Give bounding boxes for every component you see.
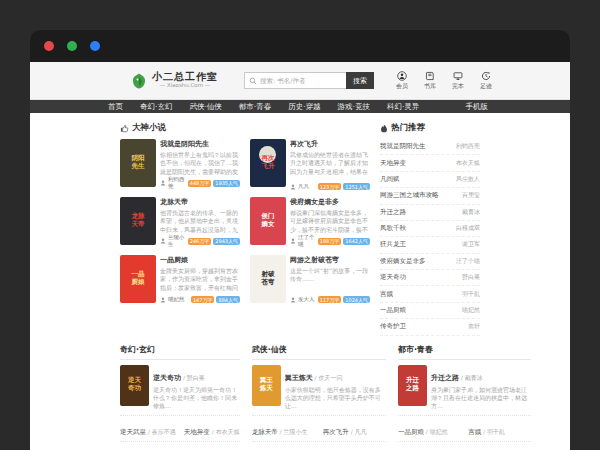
hot-list-item[interactable]: 侯府嫡女是非多汪了个喵 bbox=[380, 254, 480, 270]
book-card[interactable]: 龙脉天帝 龙脉天帝 他背负远古老的传承、一脉的希望，他从禁地中走出，灵境中归来，… bbox=[120, 197, 240, 248]
book-author[interactable]: 发大人 bbox=[298, 296, 315, 303]
nav-item-game[interactable]: 游戏·竞技 bbox=[338, 102, 370, 112]
word-count-badge: 246万字 bbox=[188, 238, 212, 245]
book-card[interactable]: 侯门嫡女 侯府嫡女是非多 都说豪门深似海嫡女是非多，可是嫁得侯府后嫡女是非也不少… bbox=[250, 197, 370, 248]
thumbs-up-icon bbox=[120, 124, 129, 133]
category-featured-book[interactable]: 翼王炼天 翼王炼天仗天一问 小家伙很聪明，他只会炼器，没有多么远大的理想，只希望… bbox=[252, 365, 386, 411]
book-author[interactable]: 利钧西莞 bbox=[168, 176, 186, 190]
hot-list-item[interactable]: 升迁之路戴青冰 bbox=[380, 205, 480, 221]
window-controls bbox=[44, 41, 100, 51]
finished-icon-link[interactable]: 完本 bbox=[452, 71, 464, 91]
book-title[interactable]: 龙脉天帝 bbox=[160, 197, 240, 207]
word-count-badge: 123万字 bbox=[318, 183, 342, 190]
featured-panel: 大神小说 阴阳先生 我就是阴阳先生 你相信世界上有鬼吗？以前我也不信，但现在，我… bbox=[120, 120, 370, 336]
book-title[interactable]: 翼王炼天 bbox=[285, 374, 313, 382]
nav-item-history[interactable]: 历史·穿越 bbox=[288, 102, 320, 112]
book-author[interactable]: 仗天一问 bbox=[313, 374, 343, 381]
book-desc: 金牌美女厨师，穿越到贫苦农家，作为资深吃货，拿到金手指后：发家致富，开有红梅问鼎… bbox=[160, 267, 240, 292]
search-input[interactable] bbox=[260, 77, 342, 85]
hot-list-item[interactable]: 一品厨娘喵妃然 bbox=[380, 303, 480, 319]
reads-badge: 1935人气 bbox=[213, 180, 240, 187]
book-cover[interactable]: 升迁之路 bbox=[398, 365, 427, 406]
book-cover[interactable]: 阴阳先生 bbox=[120, 139, 156, 187]
book-title[interactable]: 再次飞升 bbox=[290, 139, 370, 149]
hot-list-item[interactable]: 传奇护卫血轩 bbox=[380, 319, 480, 335]
book-link[interactable]: 逆天武皇喜乐不遇 bbox=[120, 419, 176, 438]
book-link[interactable]: 龙脉天帝兰陵小生 bbox=[252, 419, 315, 438]
book-title[interactable]: 侯府嫡女是非多 bbox=[290, 197, 370, 207]
book-desc: 身为豪门家子弟，如何混迹官场老江湖？且看在仕途迷局的棋盘中，林远方… bbox=[431, 386, 531, 411]
book-link[interactable]: 一品厨娘喵妃然 bbox=[398, 419, 460, 438]
site-header: 小二总工作室 — Xiaoshu.Com — 搜索 bbox=[30, 62, 570, 100]
quick-link-member[interactable]: 会员 bbox=[396, 71, 408, 91]
book-author[interactable]: 兰陵小生 bbox=[168, 234, 186, 248]
hot-list-item[interactable]: 凡间赋风尘散人 bbox=[380, 172, 480, 188]
book-cover[interactable]: 侯门嫡女 bbox=[250, 197, 286, 245]
reads-badge: 1251人气 bbox=[343, 183, 370, 190]
book-card[interactable]: 一品厨娘 一品厨娘 金牌美女厨师，穿越到贫苦农家，作为资深吃货，拿到金手指后：发… bbox=[120, 255, 240, 303]
book-desc: 武修成仙的绝世强者在渡劫飞升之时遭遇天劫，了解后才知因为力量与天道相冲，结果在飞… bbox=[290, 151, 370, 176]
book-link[interactable]: 逆天身材：魅惑女主心 bbox=[398, 445, 531, 450]
nav-item-mobile[interactable]: 手机版 bbox=[466, 102, 489, 112]
main-nav: 首页 奇幻·玄幻 武侠·仙侠 都市·青春 历史·穿越 游戏·竞技 科幻·灵异 手… bbox=[30, 100, 570, 113]
book-cover[interactable]: 射破苍穹 bbox=[250, 255, 286, 303]
word-count-badge: 188万字 bbox=[318, 238, 342, 245]
hot-list-item[interactable]: 天地异变布衣天狐 bbox=[380, 155, 480, 171]
nav-item-fantasy[interactable]: 奇幻·玄幻 bbox=[140, 102, 172, 112]
footprint-icon bbox=[481, 71, 491, 81]
hot-list-item[interactable]: 逆天奇功野白菜 bbox=[380, 270, 480, 286]
book-desc: 他背负远古老的传承、一脉的希望，他从禁地中走出，灵境中归来，风暴再起没落时，九龙… bbox=[160, 209, 240, 234]
book-author[interactable]: 戴青冰 bbox=[459, 374, 483, 381]
search-button[interactable]: 搜索 bbox=[346, 72, 374, 89]
book-card[interactable]: 阴阳先生 我就是阴阳先生 你相信世界上有鬼吗？以前我也不信，但现在，我信了…我就… bbox=[120, 139, 240, 190]
search-bar: 搜索 bbox=[244, 72, 374, 89]
book-desc: 你相信世界上有鬼吗？以前我也不信，但现在，我信了…我就是阴阳先生，需要帮助的友人… bbox=[160, 151, 240, 176]
book-cover[interactable]: 翼王炼天 bbox=[252, 365, 281, 406]
author-icon bbox=[160, 297, 166, 303]
nav-item-scifi[interactable]: 科幻·灵异 bbox=[387, 102, 419, 112]
book-author[interactable]: 凡凡 bbox=[298, 183, 309, 190]
book-author[interactable]: 野白菜 bbox=[181, 374, 205, 381]
book-title[interactable]: 一品厨娘 bbox=[160, 255, 240, 265]
book-author[interactable]: 喵妃然 bbox=[168, 296, 185, 303]
category-featured-book[interactable]: 逆天奇功 逆天奇功野白菜 逆天奇功！逆天为师第一奇功！什么？你是剑圣，他瞧你！回… bbox=[120, 365, 240, 411]
hot-list-item[interactable]: 凤歌千秋白槿成双 bbox=[380, 221, 480, 237]
quick-link-footprint[interactable]: 足迹 bbox=[480, 71, 492, 91]
finished-icon bbox=[453, 71, 463, 81]
book-cover[interactable]: 一品厨娘 bbox=[120, 255, 156, 303]
word-count-badge: 117万字 bbox=[318, 296, 342, 303]
category-title: 都市·青春 bbox=[398, 344, 531, 360]
hot-list-item[interactable]: 网游三国之城市攻略百里玺 bbox=[380, 188, 480, 204]
author-icon bbox=[290, 238, 296, 244]
nav-item-wuxia[interactable]: 武侠·仙侠 bbox=[189, 102, 221, 112]
hot-list-item[interactable]: 狂兵龙王谢卫军 bbox=[380, 237, 480, 253]
webpage: 小二总工作室 — Xiaoshu.Com — 搜索 bbox=[30, 62, 570, 450]
book-cover[interactable]: 龙脉天帝 bbox=[120, 197, 156, 245]
book-cover[interactable]: 再次飞升 bbox=[250, 139, 286, 187]
author-icon bbox=[290, 297, 296, 303]
book-link[interactable]: 宫娥羽千乱 bbox=[468, 419, 530, 438]
book-card[interactable]: 再次飞升 再次飞升 武修成仙的绝世强者在渡劫飞升之时遭遇天劫，了解后才知因为力量… bbox=[250, 139, 370, 190]
book-link[interactable]: 再次飞升凡凡 bbox=[323, 419, 386, 438]
category-grid: 奇幻·玄幻 逆天奇功 逆天奇功野白菜 逆天奇功！逆天为师第一奇功！什么？你是剑圣… bbox=[120, 344, 480, 450]
book-title[interactable]: 我就是阴阳先生 bbox=[160, 139, 240, 149]
reads-badge: 1642人气 bbox=[343, 238, 370, 245]
book-author[interactable]: 汪了个喵 bbox=[298, 234, 316, 248]
book-title[interactable]: 逆天奇功 bbox=[153, 374, 181, 382]
quick-link-library[interactable]: 书库 bbox=[424, 71, 436, 91]
category-urban: 都市·青春 升迁之路 升迁之路戴青冰 身为豪门家子弟，如何混迹官场老江湖？且看在… bbox=[398, 344, 531, 450]
book-title[interactable]: 网游之射破苍穹 bbox=[290, 255, 370, 265]
category-featured-book[interactable]: 升迁之路 升迁之路戴青冰 身为豪门家子弟，如何混迹官场老江湖？且看在仕途迷局的棋… bbox=[398, 365, 531, 411]
book-card[interactable]: 射破苍穹 网游之射破苍穹 这是一个叫“射”的故事，一段传奇…… 发大人 117万… bbox=[250, 255, 370, 303]
content-wrapper: 大神小说 阴阳先生 我就是阴阳先生 你相信世界上有鬼吗？以前我也不信，但现在，我… bbox=[120, 120, 480, 450]
nav-item-home[interactable]: 首页 bbox=[108, 102, 123, 112]
book-title[interactable]: 升迁之路 bbox=[431, 374, 459, 382]
hot-list-item[interactable]: 宫娥羽千乱 bbox=[380, 286, 480, 302]
site-logo[interactable]: 小二总工作室 — Xiaoshu.Com — bbox=[130, 72, 218, 90]
nav-item-urban[interactable]: 都市·青春 bbox=[239, 102, 271, 112]
book-cover[interactable]: 逆天奇功 bbox=[120, 365, 149, 406]
book-link[interactable]: 天地异变布衣天狐 bbox=[184, 419, 240, 438]
reads-badge: 1024人气 bbox=[343, 296, 370, 303]
book-desc: 小家伙很聪明，他只会炼器，没有多么远大的理想，只希望手头丹炉不可让… bbox=[285, 386, 386, 411]
hot-list-item[interactable]: 我就是阴阳先生利钧西莞 bbox=[380, 139, 480, 155]
